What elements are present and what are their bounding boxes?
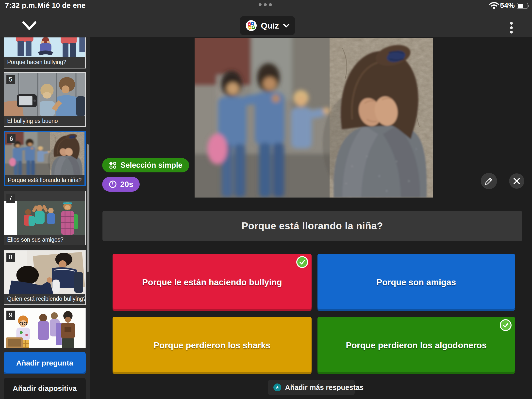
chevron-down-icon xyxy=(283,24,289,28)
question-card-4[interactable]: Porque hacen bullying? xyxy=(4,37,86,68)
check-icon xyxy=(299,259,305,265)
check-icon xyxy=(502,322,509,328)
answer-option-1[interactable]: Porque le están haciendo bullying xyxy=(113,254,312,311)
question-number-badge: 8 xyxy=(6,253,15,262)
question-card-8[interactable]: 8 Quien está recibiendo bullying? xyxy=(4,250,86,305)
wifi-icon xyxy=(489,2,499,10)
thumbnail-image-6 xyxy=(5,132,84,175)
answer-option-3[interactable]: Porque perdieron los sharks xyxy=(113,317,312,374)
answer-option-4[interactable]: Porque perdieron los algodoneros xyxy=(317,317,515,374)
kahoot-editor-screen: 7:32 p.m. Mié 10 de ene 54% xyxy=(0,0,532,399)
answer-text: Porque le están haciendo bullying xyxy=(142,277,282,287)
thumbnail-image-8 xyxy=(4,250,85,294)
question-list-sidebar: Porque hacen bullying? 5 xyxy=(0,37,90,399)
add-more-answers-button[interactable]: ★ Añadir más respuestas xyxy=(268,380,355,395)
thumbnail-image-5 xyxy=(4,73,85,116)
question-text-field[interactable]: Porque está llorando la niña? xyxy=(102,211,522,241)
add-slide-button[interactable]: Añadir diapositiva xyxy=(4,378,86,399)
question-number-badge: 9 xyxy=(6,311,15,320)
question-type-badge[interactable]: Selección simple xyxy=(102,158,189,172)
question-number-badge: 5 xyxy=(6,75,15,84)
time-limit-label: 20s xyxy=(120,180,133,189)
question-number-badge: 7 xyxy=(6,194,15,203)
question-type-dropdown[interactable]: Quiz xyxy=(240,16,295,35)
battery-percent: 54% xyxy=(500,1,515,10)
question-editor-panel: Selección simple 20s Porque está llorand… xyxy=(90,37,532,399)
question-card-6-selected[interactable]: 6 Porque está llorando la niña? xyxy=(4,131,86,186)
quiz-type-label: Quiz xyxy=(261,21,279,31)
question-card-caption: Ellos son sus amigos? xyxy=(4,235,85,245)
thumbnail-image-7 xyxy=(4,191,85,235)
kahoot-logo-icon xyxy=(246,20,257,31)
close-icon xyxy=(513,177,520,185)
add-answers-label: Añadir más respuestas xyxy=(285,383,364,392)
question-text: Porque está llorando la niña? xyxy=(242,220,383,232)
edit-image-button[interactable] xyxy=(481,173,497,189)
multitask-dots-icon xyxy=(259,3,272,6)
question-card-caption: Porque está llorando la niña? xyxy=(5,175,84,185)
time-limit-badge[interactable]: 20s xyxy=(102,177,140,192)
chevron-down-icon xyxy=(22,20,37,31)
status-date: Mié 10 de ene xyxy=(37,1,85,10)
answer-option-2[interactable]: Porque son amigas xyxy=(317,254,515,311)
correct-answer-toggle[interactable] xyxy=(500,319,512,331)
pencil-icon xyxy=(484,177,493,185)
collapse-chevron-button[interactable] xyxy=(21,19,38,33)
star-icon: ★ xyxy=(273,383,281,391)
question-card-caption: Porque hacen bullying? xyxy=(4,57,85,67)
question-card-caption: El bullying es bueno xyxy=(4,116,85,126)
grid-choices-icon xyxy=(109,161,117,169)
crying-girl-photo xyxy=(195,38,433,198)
answer-text: Porque son amigas xyxy=(377,277,456,287)
correct-answer-toggle[interactable] xyxy=(296,256,308,268)
question-number-badge: 6 xyxy=(7,134,16,143)
sidebar-scrollbar[interactable] xyxy=(87,144,89,272)
question-media-image[interactable] xyxy=(195,38,433,198)
battery-icon xyxy=(517,3,528,9)
thumbnail-image-9 xyxy=(4,308,85,352)
question-card-7[interactable]: 7 xyxy=(4,191,86,245)
add-question-button[interactable]: Añadir pregunta xyxy=(4,352,86,374)
sidebar-bottom-panel: Añadir pregunta Añadir diapositiva xyxy=(0,348,90,399)
answer-text: Porque perdieron los sharks xyxy=(154,340,271,350)
question-type-label: Selección simple xyxy=(120,161,183,170)
remove-image-button[interactable] xyxy=(509,173,524,189)
thumbnail-image-4 xyxy=(4,37,85,57)
kebab-menu-icon xyxy=(510,22,513,25)
top-bar: 7:32 p.m. Mié 10 de ene 54% xyxy=(0,0,532,37)
question-card-caption: Quien está recibiendo bullying? xyxy=(4,294,85,304)
overflow-menu-button[interactable] xyxy=(506,20,516,35)
answer-text: Porque perdieron los algodoneros xyxy=(346,340,487,350)
status-time: 7:32 p.m. xyxy=(5,1,37,10)
question-card-5[interactable]: 5 El bullying es bueno xyxy=(4,72,86,127)
clock-icon xyxy=(109,180,117,188)
